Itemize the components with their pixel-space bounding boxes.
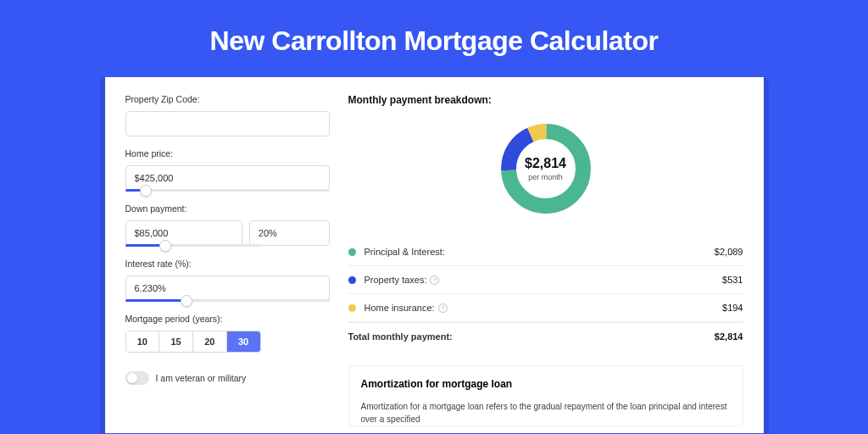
toggle-knob (127, 373, 137, 383)
breakdown-column: Monthly payment breakdown: $2,814 per mo… (330, 94, 764, 433)
down-payment-percent-input[interactable] (249, 220, 330, 246)
zip-input[interactable] (125, 111, 330, 136)
down-payment-slider[interactable] (125, 244, 260, 247)
interest-rate-input[interactable] (125, 275, 330, 301)
breakdown-row-insurance: Home insurance: ? $194 (348, 294, 743, 322)
breakdown-value: $2,089 (715, 247, 743, 257)
mortgage-period-group: 10 15 20 30 (125, 331, 261, 353)
zip-label: Property Zip Code: (125, 94, 330, 104)
mortgage-period-label: Mortgage period (years): (125, 314, 330, 324)
slider-thumb[interactable] (159, 240, 171, 252)
veteran-toggle-row: I am veteran or military (125, 371, 330, 385)
field-interest-rate: Interest rate (%): (125, 259, 330, 302)
veteran-toggle[interactable] (125, 371, 149, 385)
legend-dot (348, 304, 356, 312)
breakdown-title: Monthly payment breakdown: (348, 94, 743, 106)
info-icon[interactable]: ? (438, 303, 448, 313)
home-price-input[interactable] (125, 165, 330, 191)
interest-rate-slider[interactable] (125, 299, 330, 302)
period-option-30[interactable]: 30 (227, 331, 260, 352)
field-mortgage-period: Mortgage period (years): 10 15 20 30 (125, 314, 330, 353)
period-option-15[interactable]: 15 (159, 331, 193, 352)
field-home-price: Home price: (125, 148, 330, 192)
veteran-label: I am veteran or military (156, 373, 247, 383)
breakdown-label: Home insurance: ? (364, 303, 723, 313)
legend-dot (348, 248, 356, 256)
breakdown-row-total: Total monthly payment: $2,814 (348, 322, 743, 350)
home-price-slider[interactable] (125, 189, 330, 192)
breakdown-row-taxes: Property taxes: ? $531 (348, 266, 743, 294)
donut-center: $2,814 per month (497, 120, 595, 218)
input-column: Property Zip Code: Home price: Down paym… (105, 94, 330, 433)
amortization-title: Amortization for mortgage loan (361, 378, 731, 390)
panel-shadow: Property Zip Code: Home price: Down paym… (100, 77, 769, 433)
field-zip: Property Zip Code: (125, 94, 330, 136)
slider-thumb[interactable] (140, 185, 152, 197)
period-option-20[interactable]: 20 (193, 331, 227, 352)
calculator-panel: Property Zip Code: Home price: Down paym… (105, 77, 764, 433)
legend-dot (348, 276, 356, 284)
amortization-section: Amortization for mortgage loan Amortizat… (348, 365, 743, 426)
home-price-label: Home price: (125, 148, 330, 159)
period-option-10[interactable]: 10 (126, 331, 160, 352)
donut-center-sub: per month (528, 173, 563, 181)
slider-thumb[interactable] (181, 295, 192, 307)
amortization-text: Amortization for a mortgage loan refers … (361, 400, 731, 426)
breakdown-row-principal: Principal & Interest: $2,089 (348, 238, 743, 266)
breakdown-value: $194 (722, 303, 743, 313)
donut-center-value: $2,814 (525, 156, 566, 171)
breakdown-label: Principal & Interest: (364, 247, 715, 257)
down-payment-label: Down payment: (125, 203, 330, 214)
down-payment-amount-input[interactable] (125, 220, 242, 246)
breakdown-total-label: Total monthly payment: (348, 331, 715, 342)
field-down-payment: Down payment: (125, 203, 330, 247)
breakdown-value: $531 (722, 275, 743, 285)
interest-rate-label: Interest rate (%): (125, 259, 330, 269)
page-title: New Carrollton Mortgage Calculator (0, 0, 868, 77)
breakdown-total-value: $2,814 (715, 331, 743, 342)
breakdown-label: Property taxes: ? (364, 275, 723, 285)
donut-chart: $2,814 per month (497, 120, 595, 218)
info-icon[interactable]: ? (430, 275, 439, 285)
